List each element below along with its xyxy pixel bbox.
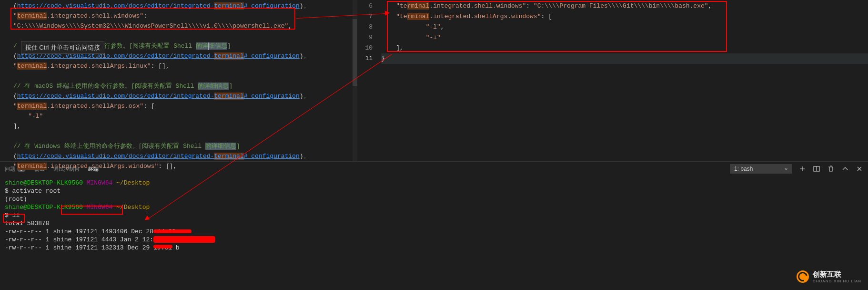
code-line: (https://code.visualstudio.com/docs/edit…	[13, 91, 357, 101]
editor-left-pane[interactable]: (https://code.visualstudio.com/docs/edit…	[0, 0, 357, 161]
code-line: "terminal.integrated.shellArgs.osx": [	[13, 101, 357, 111]
code-line: ],	[13, 121, 357, 131]
code-line: "terminal.integrated.shellArgs.windows":…	[13, 161, 357, 171]
brand-logo-icon	[797, 270, 809, 283]
code-line: "terminal.integrated.shell.windows":	[13, 11, 357, 21]
code-line: // 在 macOS 终端上使用的命令行参数。[阅读有关配置 Shell 的详细…	[13, 81, 357, 91]
code-line: "terminal.integrated.shellArgs.linux": […	[13, 61, 357, 71]
editor-right-content: "terminal.integrated.shell.windows": "C:…	[381, 0, 868, 161]
code-line	[13, 71, 357, 81]
brand-name-en: CHUANG XIN HU LIAN	[813, 279, 861, 283]
editor-split: (https://code.visualstudio.com/docs/edit…	[0, 0, 868, 161]
code-line	[13, 131, 357, 141]
maximize-panel-icon[interactable]	[841, 165, 849, 173]
code-line: // 在 Windows 终端上使用的命令行参数。[阅读有关配置 Shell 的…	[13, 141, 357, 151]
bottom-panel: 问题3 输出 调试控制台 终端 1: bash shine@DESKTOP-KL…	[0, 161, 868, 290]
close-panel-icon[interactable]	[856, 165, 863, 173]
terminal-output[interactable]: shine@DESKTOP-KLK9560 MINGW64 ~/Desktop …	[0, 176, 868, 255]
code-line: "-l"	[13, 111, 357, 121]
code-line: (https://code.visualstudio.com/docs/edit…	[13, 1, 357, 11]
code-line: (https://code.visualstudio.com/docs/edit…	[13, 151, 357, 161]
kill-terminal-icon[interactable]	[827, 165, 835, 173]
panel-actions: 1: bash	[730, 164, 863, 174]
code-line: "C:\\\\Windows\\\\System32\\\\WindowsPow…	[13, 21, 357, 31]
terminal-selector[interactable]: 1: bash	[730, 164, 792, 174]
code-line: / 按住 Ctrl 并单击可访问链接 令行参数。[阅读有关配置 Shell 的详…	[13, 41, 357, 51]
minimap-slider[interactable]	[353, 19, 357, 86]
brand-watermark: 创新互联 CHUANG XIN HU LIAN	[797, 270, 861, 283]
split-terminal-icon[interactable]	[813, 165, 820, 173]
link-tooltip: 按住 Ctrl 并单击可访问链接	[21, 41, 104, 54]
minimap-left[interactable]	[353, 0, 357, 161]
editor-right-pane[interactable]: 6 7 8 9 10 11 "terminal.integrated.shell…	[357, 0, 868, 161]
line-gutter: 6 7 8 9 10 11	[357, 0, 381, 161]
code-line	[13, 31, 357, 41]
new-terminal-icon[interactable]	[798, 165, 806, 173]
brand-name-cn: 创新互联	[813, 270, 861, 279]
